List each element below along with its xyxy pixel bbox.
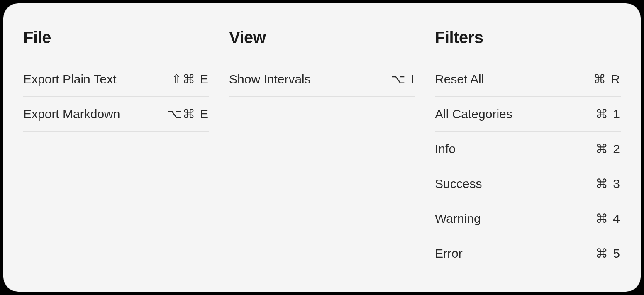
menu-item-export-markdown[interactable]: Export Markdown ⌥⌘ E	[23, 97, 209, 132]
shortcut-text: ⌘ 1	[595, 107, 621, 121]
shortcut-text: ⌘ 4	[595, 211, 621, 226]
item-label: Export Plain Text	[23, 72, 117, 86]
shortcut-text: ⌘ 5	[595, 246, 621, 261]
menu-item-reset-all[interactable]: Reset All ⌘ R	[435, 62, 621, 97]
item-label: Warning	[435, 212, 481, 226]
file-column: File Export Plain Text ⇧⌘ E Export Markd…	[23, 28, 209, 272]
menu-item-info[interactable]: Info ⌘ 2	[435, 132, 621, 166]
filters-section-title: Filters	[435, 28, 621, 47]
shortcut-text: ⌥⌘ E	[167, 107, 209, 121]
item-label: Show Intervals	[229, 72, 311, 86]
menu-item-warning[interactable]: Warning ⌘ 4	[435, 201, 621, 236]
filters-column: Filters Reset All ⌘ R All Categories ⌘ 1…	[435, 28, 621, 272]
item-label: Export Markdown	[23, 107, 120, 121]
menu-item-success[interactable]: Success ⌘ 3	[435, 166, 621, 201]
menu-item-all-categories[interactable]: All Categories ⌘ 1	[435, 97, 621, 132]
shortcut-text: ⇧⌘ E	[171, 72, 209, 86]
shortcuts-panel: File Export Plain Text ⇧⌘ E Export Markd…	[3, 3, 641, 292]
menu-item-error[interactable]: Error ⌘ 5	[435, 236, 621, 271]
item-label: All Categories	[435, 107, 512, 121]
shortcut-text: ⌘ R	[593, 72, 621, 86]
file-section-title: File	[23, 28, 209, 47]
item-label: Success	[435, 177, 482, 191]
menu-item-export-plain-text[interactable]: Export Plain Text ⇧⌘ E	[23, 62, 209, 97]
item-label: Error	[435, 246, 463, 261]
view-column: View Show Intervals ⌥ I	[229, 28, 415, 272]
shortcut-text: ⌘ 2	[595, 141, 621, 156]
item-label: Reset All	[435, 72, 484, 86]
shortcut-text: ⌘ 3	[595, 176, 621, 191]
shortcut-text: ⌥ I	[391, 72, 415, 86]
view-section-title: View	[229, 28, 415, 47]
menu-item-show-intervals[interactable]: Show Intervals ⌥ I	[229, 62, 415, 97]
item-label: Info	[435, 142, 456, 156]
